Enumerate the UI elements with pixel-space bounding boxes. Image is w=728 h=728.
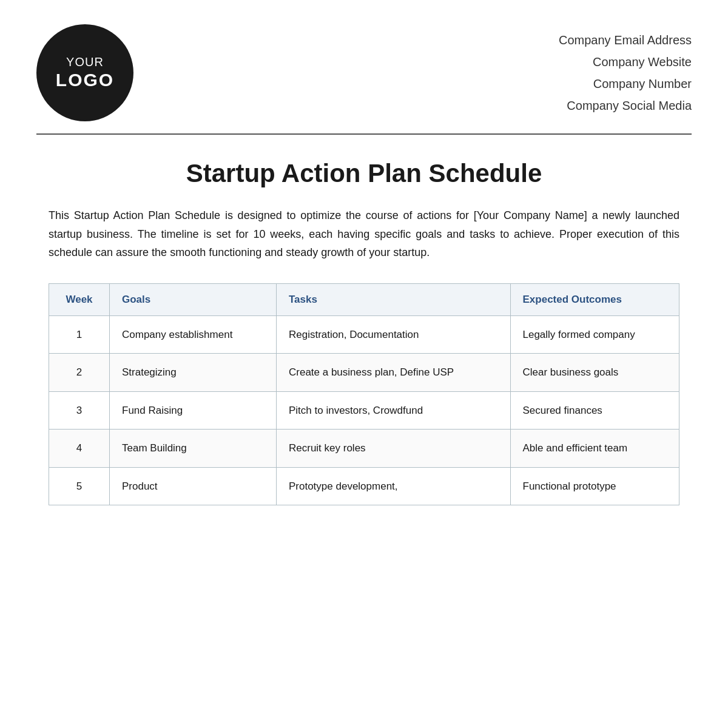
company-logo: YOUR LOGO (36, 24, 133, 121)
col-header-goals: Goals (110, 283, 277, 315)
logo-line1: YOUR (66, 55, 104, 69)
table-row: 2StrategizingCreate a business plan, Def… (49, 354, 679, 392)
page-title: Startup Action Plan Schedule (49, 159, 679, 188)
cell-outcomes: Legally formed company (510, 315, 679, 354)
cell-week: 5 (49, 467, 110, 505)
cell-tasks: Registration, Documentation (276, 315, 510, 354)
cell-goals: Company establishment (110, 315, 277, 354)
schedule-table: Week Goals Tasks Expected Outcomes 1Comp… (49, 283, 679, 506)
company-email: Company Email Address (559, 29, 692, 51)
company-number: Company Number (559, 73, 692, 95)
logo-line2: LOGO (56, 69, 114, 91)
cell-week: 2 (49, 354, 110, 392)
cell-goals: Product (110, 467, 277, 505)
cell-week: 3 (49, 391, 110, 430)
cell-tasks: Pitch to investors, Crowdfund (276, 391, 510, 430)
cell-week: 4 (49, 430, 110, 468)
cell-tasks: Create a business plan, Define USP (276, 354, 510, 392)
table-row: 1Company establishmentRegistration, Docu… (49, 315, 679, 354)
main-content: Startup Action Plan Schedule This Startu… (36, 159, 692, 505)
cell-week: 1 (49, 315, 110, 354)
cell-outcomes: Functional prototype (510, 467, 679, 505)
cell-goals: Strategizing (110, 354, 277, 392)
header-divider (36, 133, 692, 135)
company-social-media: Company Social Media (559, 95, 692, 116)
table-row: 3Fund RaisingPitch to investors, Crowdfu… (49, 391, 679, 430)
col-header-week: Week (49, 283, 110, 315)
company-contact-info: Company Email Address Company Website Co… (559, 29, 692, 116)
col-header-outcomes: Expected Outcomes (510, 283, 679, 315)
cell-outcomes: Secured finances (510, 391, 679, 430)
cell-goals: Team Building (110, 430, 277, 468)
cell-outcomes: Clear business goals (510, 354, 679, 392)
cell-tasks: Prototype development, (276, 467, 510, 505)
page-header: YOUR LOGO Company Email Address Company … (36, 24, 692, 121)
table-header-row: Week Goals Tasks Expected Outcomes (49, 283, 679, 315)
cell-outcomes: Able and efficient team (510, 430, 679, 468)
company-website: Company Website (559, 51, 692, 73)
table-row: 4Team BuildingRecruit key rolesAble and … (49, 430, 679, 468)
page-description: This Startup Action Plan Schedule is des… (49, 206, 679, 262)
cell-goals: Fund Raising (110, 391, 277, 430)
table-row: 5ProductPrototype development,Functional… (49, 467, 679, 505)
cell-tasks: Recruit key roles (276, 430, 510, 468)
col-header-tasks: Tasks (276, 283, 510, 315)
